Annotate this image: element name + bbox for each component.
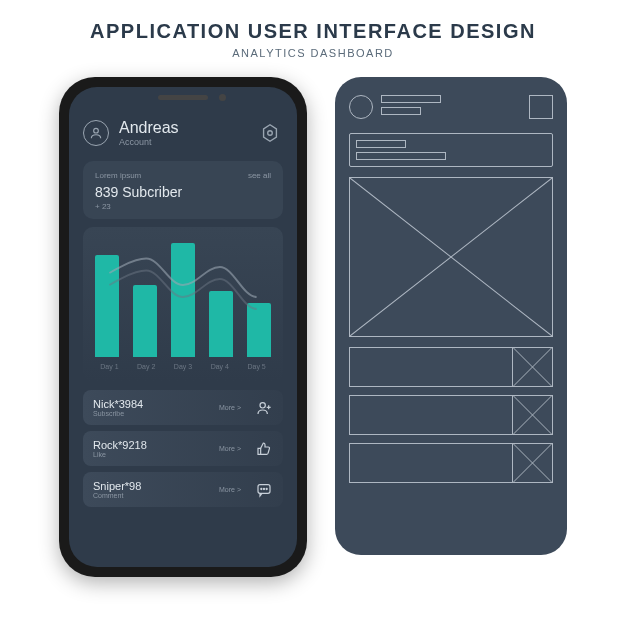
subscriber-count: 839 Subcriber: [95, 184, 271, 200]
activity-item[interactable]: Rock*9218LikeMore >: [83, 431, 283, 466]
account-label: Account: [119, 137, 247, 147]
chart-x-labels: Day 1Day 2Day 3Day 4Day 5: [91, 363, 275, 370]
settings-button[interactable]: [257, 120, 283, 146]
svg-marker-1: [264, 125, 277, 142]
more-link[interactable]: More >: [219, 404, 241, 411]
wf-text-placeholder: [356, 152, 446, 160]
svg-point-0: [94, 128, 99, 133]
wf-chart-placeholder: [349, 177, 553, 337]
app-screen: Andreas Account Lorem ipsum see all 839 …: [69, 87, 297, 567]
activity-item[interactable]: Sniper*98CommentMore >: [83, 472, 283, 507]
svg-point-2: [268, 131, 273, 136]
wf-text-placeholder: [381, 107, 421, 115]
more-link[interactable]: More >: [219, 486, 241, 493]
subscriber-card: Lorem ipsum see all 839 Subcriber + 23: [83, 161, 283, 219]
analytics-chart: Day 1Day 2Day 3Day 4Day 5: [83, 227, 283, 382]
wf-card-placeholder: [349, 133, 553, 167]
app-header: Andreas Account: [83, 119, 283, 147]
more-link[interactable]: More >: [219, 445, 241, 452]
svg-point-7: [261, 488, 262, 489]
chart-bar: [171, 243, 195, 357]
chart-bar: [95, 255, 119, 357]
thumbs-up-icon: [255, 440, 273, 458]
svg-point-3: [260, 402, 265, 407]
chart-x-label: Day 3: [174, 363, 192, 370]
svg-point-8: [263, 488, 264, 489]
chart-x-label: Day 4: [211, 363, 229, 370]
user-add-icon: [255, 399, 273, 417]
page-title: APPLICATION USER INTERFACE DESIGN: [90, 20, 536, 43]
chart-x-label: Day 2: [137, 363, 155, 370]
phone-frame: Andreas Account Lorem ipsum see all 839 …: [59, 77, 307, 577]
activity-name: Rock*9218: [93, 439, 211, 451]
activity-name: Nick*3984: [93, 398, 211, 410]
wf-list-item: [349, 347, 553, 387]
wf-avatar-placeholder: [349, 95, 373, 119]
wf-list-item: [349, 395, 553, 435]
svg-point-9: [266, 488, 267, 489]
avatar-icon[interactable]: [83, 120, 109, 146]
activity-action: Subscribe: [93, 410, 211, 417]
chart-x-label: Day 5: [247, 363, 265, 370]
wf-list-item: [349, 443, 553, 483]
wf-text-placeholder: [381, 95, 441, 103]
chart-bar: [133, 285, 157, 357]
chart-bar: [209, 291, 233, 357]
subscriber-lorem: Lorem ipsum: [95, 171, 141, 180]
wf-settings-placeholder: [529, 95, 553, 119]
activity-action: Comment: [93, 492, 211, 499]
comment-icon: [255, 481, 273, 499]
chart-bars: [91, 237, 275, 357]
chart-x-label: Day 1: [100, 363, 118, 370]
wireframe-panel: [335, 77, 567, 555]
user-name: Andreas: [119, 119, 247, 137]
activity-name: Sniper*98: [93, 480, 211, 492]
page-subtitle: ANALYTICS DASHBOARD: [232, 47, 394, 59]
wf-text-placeholder: [356, 140, 406, 148]
see-all-link[interactable]: see all: [248, 171, 271, 180]
activity-list: Nick*3984SubscribeMore >Rock*9218LikeMor…: [83, 390, 283, 507]
chart-bar: [247, 303, 271, 357]
activity-item[interactable]: Nick*3984SubscribeMore >: [83, 390, 283, 425]
activity-action: Like: [93, 451, 211, 458]
gear-icon: [259, 122, 281, 144]
subscriber-delta: + 23: [95, 202, 271, 211]
